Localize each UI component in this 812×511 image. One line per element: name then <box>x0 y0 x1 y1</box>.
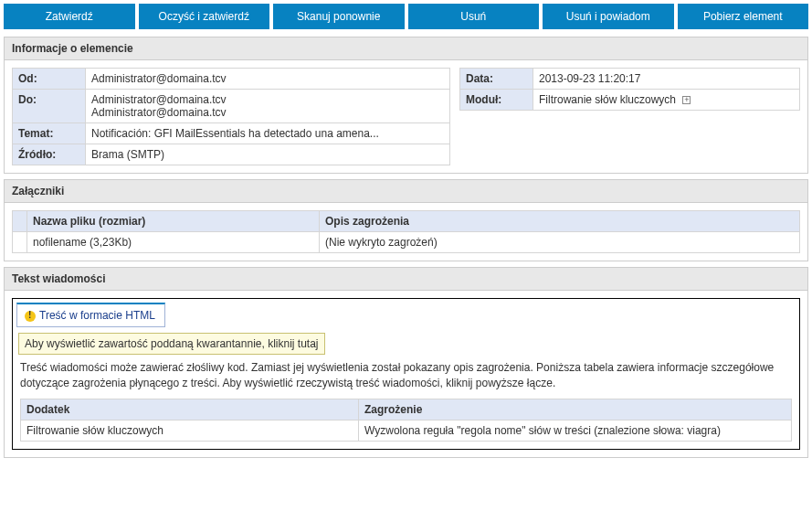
delete-notify-button[interactable]: Usuń i powiadom <box>543 4 674 29</box>
item-info-panel: Informacje o elemencie Od: Administrator… <box>4 37 808 174</box>
attachments-col-threat: Opis zagrożenia <box>320 211 800 232</box>
message-warning-text: Treść wiadomości może zawierać złośliwy … <box>13 360 799 399</box>
warning-icon <box>25 311 36 322</box>
view-quarantine-link[interactable]: Aby wyświetlić zawartość poddaną kwarant… <box>18 333 325 355</box>
table-row: nofilename (3,23Kb) (Nie wykryto zagroże… <box>13 232 800 253</box>
download-button[interactable]: Pobierz element <box>678 4 809 29</box>
item-info-header: Informacje o elemencie <box>5 37 807 60</box>
module-label: Moduł: <box>460 90 533 111</box>
item-info-right-table: Data: 2013-09-23 11:20:17 Moduł: Filtrow… <box>459 68 800 111</box>
tab-html-content[interactable]: Treść w formacie HTML <box>16 303 165 327</box>
attachments-table: Nazwa pliku (rozmiar) Opis zagrożenia no… <box>12 210 800 253</box>
approve-button[interactable]: Zatwierdź <box>4 4 135 29</box>
table-row: Filtrowanie słów kluczowych Wyzwolona re… <box>21 420 792 441</box>
threat-value: Wyzwolona reguła "regola nome" słów w tr… <box>359 420 792 441</box>
from-value: Administrator@domaina.tcv <box>86 69 450 90</box>
subject-label: Temat: <box>13 123 86 144</box>
action-toolbar: Zatwierdź Oczyść i zatwierdź Skanuj pono… <box>4 4 808 29</box>
threat-col-threat: Zagrożenie <box>359 399 792 420</box>
attachments-header: Załączniki <box>5 180 807 203</box>
message-header: Tekst wiadomości <box>5 268 807 291</box>
source-label: Źródło: <box>13 144 86 165</box>
threat-col-addon: Dodatek <box>21 399 359 420</box>
message-body-frame: Treść w formacie HTML Aby wyświetlić zaw… <box>12 298 800 450</box>
attachments-col-file: Nazwa pliku (rozmiar) <box>27 211 320 232</box>
attachment-filename: nofilename (3,23Kb) <box>27 232 320 253</box>
to-value: Administrator@domaina.tcv Administrator@… <box>86 90 450 123</box>
threat-addon-value: Filtrowanie słów kluczowych <box>21 420 359 441</box>
attachments-col-blank <box>13 211 27 232</box>
subject-value: Notificación: GFI MailEssentials ha dete… <box>86 123 450 144</box>
threat-table: Dodatek Zagrożenie Filtrowanie słów kluc… <box>20 399 792 442</box>
item-info-left-table: Od: Administrator@domaina.tcv Do: Admini… <box>12 68 450 165</box>
rescan-button[interactable]: Skanuj ponownie <box>273 4 405 29</box>
attachment-threat: (Nie wykryto zagrożeń) <box>320 232 800 253</box>
date-label: Data: <box>460 69 533 90</box>
date-value: 2013-09-23 11:20:17 <box>533 69 800 90</box>
attachments-panel: Załączniki Nazwa pliku (rozmiar) Opis za… <box>4 179 808 261</box>
from-label: Od: <box>13 69 86 90</box>
module-value: Filtrowanie słów kluczowych + <box>533 90 800 111</box>
to-label: Do: <box>13 90 86 123</box>
source-value: Brama (SMTP) <box>86 144 450 165</box>
expand-icon[interactable]: + <box>682 96 691 104</box>
delete-button[interactable]: Usuń <box>408 4 540 29</box>
message-panel: Tekst wiadomości Treść w formacie HTML A… <box>4 267 808 458</box>
clean-approve-button[interactable]: Oczyść i zatwierdź <box>139 4 270 29</box>
